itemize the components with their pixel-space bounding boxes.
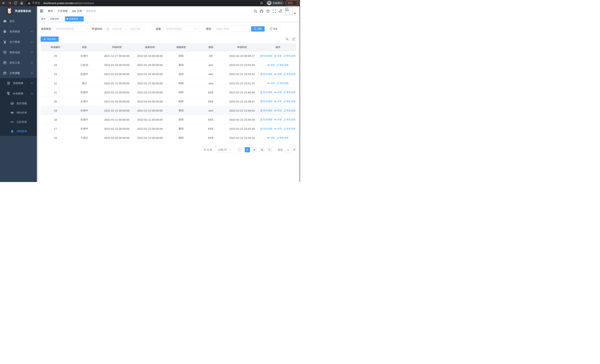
svg-text:2022-01-22 23:44:35: 2022-01-22 23:44:35 <box>229 127 255 130</box>
svg-text:EEE: EEE <box>208 91 214 94</box>
svg-text:2022-01-03 00:00:00: 2022-01-03 00:00:00 <box>104 73 129 76</box>
svg-text:eee: eee <box>209 82 213 85</box>
svg-text:2022-01-22 23:53:32: 2022-01-22 23:53:32 <box>229 73 255 76</box>
svg-text:23: 23 <box>54 73 57 76</box>
svg-text:24: 24 <box>54 64 57 66</box>
svg-text:eee: eee <box>209 64 213 66</box>
svg-text:2022-01-22 23:45:29: 2022-01-22 23:45:29 <box>229 118 255 121</box>
svg-text:2022-01-22 23:49:46: 2022-01-22 23:49:46 <box>229 91 255 94</box>
svg-text:2022-01-03 00:00:00: 2022-01-03 00:00:00 <box>104 64 129 66</box>
svg-text:2022-01-11 00:00:00: 2022-01-11 00:00:00 <box>104 118 129 121</box>
svg-text:2022-01-22 00:00:00: 2022-01-22 00:00:00 <box>104 109 129 112</box>
svg-text:EE: EE <box>209 55 213 57</box>
svg-text:2022-01-23 00:06:17: 2022-01-23 00:06:17 <box>229 55 255 57</box>
svg-text:2022-01-22 00:00:00: 2022-01-22 00:00:00 <box>137 127 162 130</box>
svg-text:25: 25 <box>54 55 57 57</box>
svg-text:2022-01-04 00:00:00: 2022-01-04 00:00:00 <box>104 136 129 139</box>
svg-text:21: 21 <box>54 91 57 94</box>
svg-text:OA: OA <box>72 10 76 13</box>
svg-text:/: / <box>83 10 84 13</box>
svg-text:EEE: EEE <box>208 127 214 130</box>
svg-text:eee: eee <box>209 109 213 112</box>
svg-text:3: 3 <box>261 149 263 151</box>
svg-text:2022-01-19 00:00:00: 2022-01-19 00:00:00 <box>137 55 162 57</box>
svg-text:19: 19 <box>54 109 57 112</box>
svg-text:2021-12-27 00:00:00: 2021-12-27 00:00:00 <box>104 55 129 57</box>
svg-text:2022-01-04 00:00:00: 2022-01-04 00:00:00 <box>104 100 129 103</box>
svg-text:2022-01-22 00:00:00: 2022-01-22 00:00:00 <box>137 109 162 112</box>
svg-text:dashboard.yudao.iocoder.cn: dashboard.yudao.iocoder.cn <box>43 1 77 5</box>
svg-text:2022-01-22 00:00:00: 2022-01-22 00:00:00 <box>104 82 129 85</box>
svg-text:1: 1 <box>247 149 248 151</box>
svg-text:18: 18 <box>54 118 57 121</box>
svg-text:2022-01-26 00:00:00: 2022-01-26 00:00:00 <box>137 64 162 66</box>
svg-text:17: 17 <box>54 127 57 130</box>
svg-text:eee: eee <box>209 73 213 76</box>
svg-text:2022-01-22 00:00:00: 2022-01-22 00:00:00 <box>137 82 162 85</box>
svg-text:16: 16 <box>54 136 57 139</box>
svg-text:1: 1 <box>287 149 289 151</box>
svg-text:/bpm/oa/leave: /bpm/oa/leave <box>77 1 94 5</box>
svg-text:-: - <box>125 28 126 30</box>
svg-text:2022-01-22 00:00:00: 2022-01-22 00:00:00 <box>104 91 129 94</box>
svg-text:EEE: EEE <box>208 118 214 121</box>
svg-text:2022-01-11 00:00:00: 2022-01-11 00:00:00 <box>137 118 162 121</box>
svg-text:20: 20 <box>54 100 57 103</box>
svg-text:2022-01-22 23:46:04: 2022-01-22 23:46:04 <box>229 109 255 112</box>
svg-text:2: 2 <box>254 149 255 151</box>
svg-text:/: / <box>55 10 55 13</box>
svg-text:2022-01-23 00:00:00: 2022-01-23 00:00:00 <box>137 91 162 94</box>
svg-text:EEE: EEE <box>208 136 214 139</box>
svg-text:2022-01-13 00:00:00: 2022-01-13 00:00:00 <box>137 136 162 139</box>
svg-text:2022-01-22 00:00:00: 2022-01-22 00:00:00 <box>104 127 129 130</box>
svg-text:2022-01-22 23:43:16: 2022-01-22 23:43:16 <box>229 136 255 139</box>
svg-text:2022-01-04 00:00:00: 2022-01-04 00:00:00 <box>137 100 162 103</box>
svg-text:22: 22 <box>54 82 57 85</box>
svg-text:2022-01-26 00:00:00: 2022-01-26 00:00:00 <box>137 73 162 76</box>
svg-text:/: / <box>69 10 70 13</box>
svg-text:EEE: EEE <box>208 100 214 103</box>
svg-text:2022-01-22 23:46:47: 2022-01-22 23:46:47 <box>229 100 255 103</box>
svg-text:2022-01-22 23:51:15: 2022-01-22 23:51:15 <box>229 82 255 85</box>
svg-text:2022-01-22 23:53:35: 2022-01-22 23:53:35 <box>229 64 255 66</box>
